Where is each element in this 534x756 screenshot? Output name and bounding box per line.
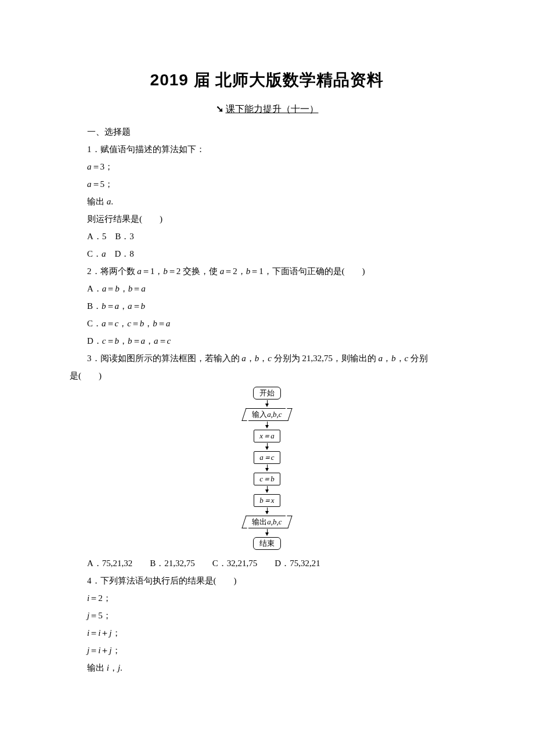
q1-optAB: A．5 B．3	[70, 228, 464, 245]
flow-arrow-icon	[267, 443, 268, 449]
q1-line1: a＝3；	[70, 158, 464, 175]
q4-line5: 输出 i，j.	[70, 659, 464, 676]
flow-arrow-icon	[267, 507, 268, 513]
q2-optC: C．a＝c，c＝b，b＝a	[70, 315, 464, 332]
q4-line3: i＝i＋j；	[70, 624, 464, 642]
flow-end: 结束	[253, 537, 281, 550]
page-title: 2019 届 北师大版数学精品资料	[70, 64, 464, 96]
q4-line1: i＝2；	[70, 589, 464, 607]
flow-output: 输出a,b,c	[248, 516, 285, 528]
flow-step-1: x＝a	[254, 430, 280, 442]
subtitle-text: 课下能力提升（十一）	[226, 104, 319, 114]
flow-step-3: c＝b	[254, 473, 280, 485]
q3-options: A．75,21,32 B．21,32,75 C．32,21,75 D．75,32…	[70, 555, 464, 572]
q3-stem-line2: 是( )	[70, 367, 464, 384]
flow-input: 输入a,b,c	[248, 408, 285, 421]
section-heading: 一、选择题	[70, 123, 464, 141]
q4-line2: j＝5；	[70, 607, 464, 624]
flow-arrow-icon	[267, 529, 268, 535]
document-page: 2019 届 北师大版数学精品资料 ➘课下能力提升（十一） 一、选择题 1．赋值…	[0, 0, 534, 756]
flow-arrow-icon	[267, 422, 268, 427]
flow-start: 开始	[253, 387, 281, 399]
q3-stem-line1: 3．阅读如图所示的算法框图，若输入的 a，b，c 分别为 21,32,75，则输…	[70, 350, 464, 367]
flowchart: 开始 输入a,b,c x＝a a＝c c＝b b＝x 输出a,b,c 结束	[223, 387, 311, 550]
flow-step-4: b＝x	[254, 494, 280, 507]
q4-stem: 4．下列算法语句执行后的结果是( )	[70, 572, 464, 589]
body-content: 一、选择题 1．赋值语句描述的算法如下： a＝3； a＝5； 输出 a. 则运行…	[70, 123, 464, 676]
flow-step-2: a＝c	[254, 451, 280, 464]
flow-arrow-icon	[267, 486, 268, 492]
q1-line3: 输出 a.	[70, 193, 464, 210]
q1-line2: a＝5；	[70, 175, 464, 193]
q2-optD: D．c＝b，b＝a，a＝c	[70, 332, 464, 350]
down-right-arrow-icon: ➘	[216, 100, 223, 118]
flow-arrow-icon	[267, 400, 268, 406]
q1-line4: 则运行结果是( )	[70, 210, 464, 228]
subtitle-row: ➘课下能力提升（十一）	[70, 100, 464, 118]
q2-optA: A．a＝b，b＝a	[70, 280, 464, 297]
q1-optCD: C．a D．8	[70, 245, 464, 262]
q2-stem: 2．将两个数 a＝1，b＝2 交换，使 a＝2，b＝1，下面语句正确的是( )	[70, 262, 464, 280]
q2-optB: B．b＝a，a＝b	[70, 297, 464, 315]
q1-stem: 1．赋值语句描述的算法如下：	[70, 141, 464, 158]
q4-line4: j＝i＋j；	[70, 642, 464, 659]
flow-arrow-icon	[267, 465, 268, 470]
